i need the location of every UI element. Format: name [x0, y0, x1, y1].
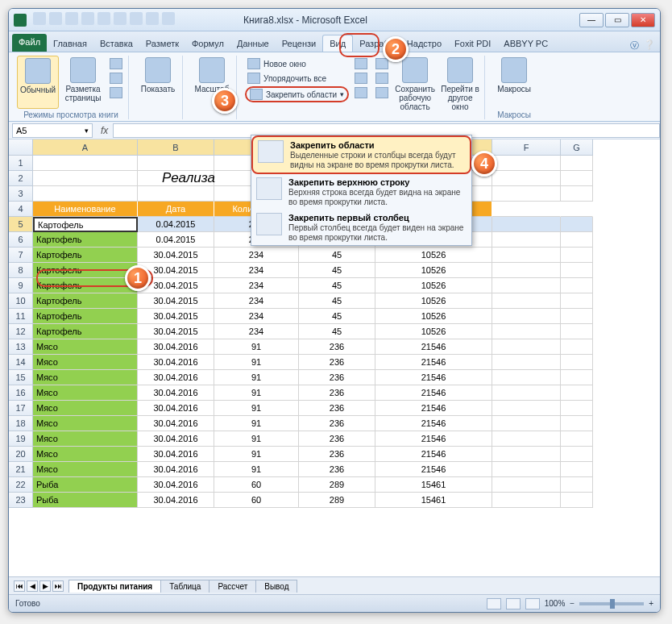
switch-window-button[interactable]: Перейти в другое окно: [439, 56, 481, 119]
sheet-nav-first[interactable]: ⏮: [14, 580, 25, 592]
freeze-panes-button[interactable]: Закрепить области ▾: [245, 86, 349, 102]
sheet-tab[interactable]: Вывод: [255, 580, 297, 593]
arrange-label: Упорядочить все: [263, 74, 326, 83]
minimize-button[interactable]: —: [579, 13, 604, 27]
select-all-corner[interactable]: [9, 139, 33, 156]
callout-1: 1: [125, 265, 151, 291]
col-header-a[interactable]: A: [33, 139, 138, 156]
freeze-top-row-option[interactable]: Закрепить верхнюю строкуВерхняя строка в…: [251, 174, 471, 210]
split-button[interactable]: [352, 57, 370, 70]
tab-data[interactable]: Данные: [230, 35, 276, 52]
freeze-panes-desc: Выделенные строки и столбцы всегда будут…: [290, 151, 456, 169]
sync-scroll-button[interactable]: [373, 72, 391, 85]
col-header-f[interactable]: F: [492, 139, 561, 156]
zoom-slider[interactable]: [579, 602, 644, 605]
close-button[interactable]: ✕: [631, 13, 655, 27]
qat-btn-icon[interactable]: [146, 12, 159, 25]
freeze-panes-option[interactable]: Закрепить областиВыделенные строки и сто…: [251, 135, 471, 174]
page-layout-button[interactable]: Разметка страницы: [62, 56, 104, 109]
tab-home[interactable]: Главная: [47, 35, 93, 52]
sheet-tab[interactable]: Таблица: [160, 580, 209, 593]
tab-view[interactable]: Вид: [322, 35, 353, 52]
unhide-icon: [355, 87, 367, 98]
reset-pos-button[interactable]: [373, 86, 391, 99]
qat-btn-icon[interactable]: [162, 12, 175, 25]
chevron-down-icon: ▾: [340, 90, 344, 98]
zoom-in-button[interactable]: +: [649, 599, 653, 608]
maximize-button[interactable]: ▭: [605, 13, 629, 27]
hide-icon: [355, 73, 367, 84]
reset-pos-icon: [375, 87, 388, 98]
qat-btn-icon[interactable]: [81, 12, 94, 25]
show-button[interactable]: Показать: [137, 56, 179, 119]
freeze-panes-title: Закрепить области: [290, 140, 465, 150]
tab-pagelayout[interactable]: Разметк: [139, 35, 185, 52]
sheet-tab[interactable]: Продукты питания: [68, 580, 161, 593]
tab-foxit[interactable]: Foxit PDI: [448, 35, 497, 52]
qat-btn-icon[interactable]: [130, 12, 143, 25]
freeze-col-desc: Первый столбец всегда будет виден на экр…: [288, 223, 463, 242]
save-workspace-button[interactable]: Сохранить рабочую область: [394, 56, 436, 119]
col-header-g[interactable]: G: [561, 139, 593, 156]
tab-formulas[interactable]: Формул: [185, 35, 230, 52]
macros-group-label: Макросы: [497, 110, 531, 119]
page-break-preview-button[interactable]: [107, 57, 125, 70]
freeze-label: Закрепить области: [266, 90, 337, 99]
fx-label[interactable]: fx: [96, 125, 113, 136]
new-window-button[interactable]: Новое окно: [245, 57, 349, 70]
sync-scroll-icon: [375, 73, 388, 84]
arrange-icon: [247, 73, 260, 84]
minimize-ribbon-icon[interactable]: ⓥ: [630, 40, 639, 52]
view-layout-icon[interactable]: [506, 598, 521, 609]
qat-btn-icon[interactable]: [97, 12, 110, 25]
qat-undo-icon[interactable]: [49, 12, 62, 25]
arrange-all-button[interactable]: Упорядочить все: [245, 72, 349, 85]
new-window-label: Новое окно: [263, 60, 306, 69]
titlebar: Книга8.xlsx - Microsoft Excel — ▭ ✕: [9, 9, 660, 31]
sheet-tab[interactable]: Рассчет: [209, 580, 256, 593]
qat-redo-icon[interactable]: [65, 12, 78, 25]
name-box[interactable]: A5 ▾: [12, 123, 93, 138]
qat-save-icon[interactable]: [33, 12, 46, 25]
chevron-down-icon[interactable]: ▾: [85, 127, 89, 135]
help-icon[interactable]: ❔: [644, 40, 655, 52]
freeze-first-col-icon: [256, 213, 282, 235]
status-ready: Готово: [15, 599, 40, 608]
tab-insert[interactable]: Вставка: [93, 35, 139, 52]
view-break-icon[interactable]: [525, 598, 540, 609]
tab-abbyy[interactable]: ABBYY PC: [497, 35, 554, 52]
col-header-b[interactable]: B: [138, 139, 214, 156]
page-layout-icon: [70, 57, 96, 83]
freeze-top-title: Закрепить верхнюю строку: [288, 177, 467, 187]
qat-btn-icon[interactable]: [114, 12, 127, 25]
sheet-nav-last[interactable]: ⏭: [52, 580, 64, 592]
zoom-thumb[interactable]: [610, 599, 615, 609]
zoom-out-button[interactable]: −: [570, 599, 575, 608]
view-normal-icon[interactable]: [487, 598, 501, 609]
save-workspace-label: Сохранить рабочую область: [395, 85, 435, 111]
tab-review[interactable]: Рецензи: [276, 35, 323, 52]
full-screen-button[interactable]: [107, 86, 125, 99]
group-views: Обычный Разметка страницы Режимы просмот…: [14, 56, 129, 119]
macros-button[interactable]: Макросы: [493, 56, 535, 109]
macros-icon: [501, 57, 527, 83]
name-box-value: A5: [16, 126, 27, 135]
callout-3: 3: [212, 88, 238, 114]
normal-view-button[interactable]: Обычный: [17, 56, 59, 109]
freeze-icon: [250, 89, 263, 100]
show-icon: [145, 57, 171, 83]
freeze-top-row-icon: [256, 177, 282, 200]
show-label: Показать: [141, 85, 176, 94]
freeze-first-col-option[interactable]: Закрепить первый столбецПервый столбец в…: [251, 210, 471, 245]
sheet-nav-next[interactable]: ▶: [39, 580, 51, 592]
normal-view-label: Обычный: [20, 85, 56, 94]
custom-views-button[interactable]: [107, 72, 125, 85]
split-icon: [355, 58, 367, 69]
tab-file[interactable]: Файл: [12, 34, 47, 52]
group-show: Показать: [134, 56, 183, 119]
sheet-nav-prev[interactable]: ◀: [27, 580, 38, 592]
unhide-button[interactable]: [352, 86, 370, 99]
hide-button[interactable]: [352, 72, 370, 85]
full-screen-icon: [110, 87, 122, 98]
freeze-top-desc: Верхняя строка всегда будет видна на экр…: [288, 188, 460, 206]
